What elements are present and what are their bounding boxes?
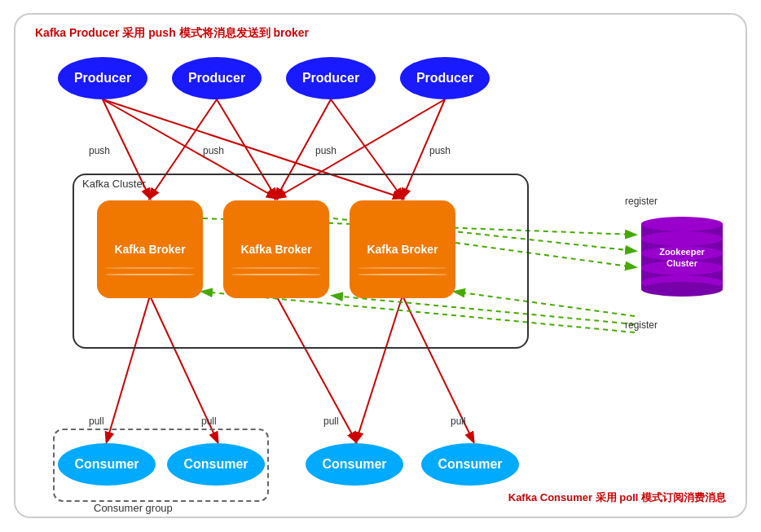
kafka-cluster-label: Kafka Cluster: [82, 178, 146, 190]
consumer-2: Consumer: [167, 443, 265, 486]
consumer-1: Consumer: [58, 443, 156, 486]
register-label-top: register: [625, 196, 658, 207]
zookeeper-label: ZookeeperCluster: [659, 246, 705, 270]
broker-3: Kafka Broker: [350, 200, 455, 298]
pull-label-3: pull: [323, 415, 339, 427]
consumer-4: Consumer: [421, 443, 519, 486]
broker-2: Kafka Broker: [223, 200, 329, 298]
top-label: Kafka Producer 采用 push 模式将消息发送到 broker: [35, 26, 309, 41]
push-label-1: push: [89, 145, 110, 156]
pull-label-4: pull: [451, 415, 466, 427]
push-label-2: push: [203, 145, 224, 156]
push-label-4: push: [429, 145, 451, 156]
register-label-bottom: register: [625, 319, 658, 331]
pull-label-2: pull: [201, 415, 217, 427]
consumer-group-label: Consumer group: [94, 502, 173, 514]
bottom-label: Kafka Consumer 采用 poll 模式订阅消费消息: [508, 490, 726, 505]
producer-4: Producer: [400, 57, 490, 99]
producer-2: Producer: [172, 57, 262, 99]
pull-label-1: pull: [89, 415, 104, 427]
producer-3: Producer: [286, 57, 376, 99]
producer-1: Producer: [58, 57, 147, 99]
main-diagram: Kafka Producer 采用 push 模式将消息发送到 broker: [14, 13, 747, 518]
push-label-3: push: [315, 145, 337, 156]
zookeeper-cluster: ZookeeperCluster: [641, 217, 723, 314]
broker-1: Kafka Broker: [97, 200, 203, 298]
consumer-3: Consumer: [306, 443, 403, 486]
